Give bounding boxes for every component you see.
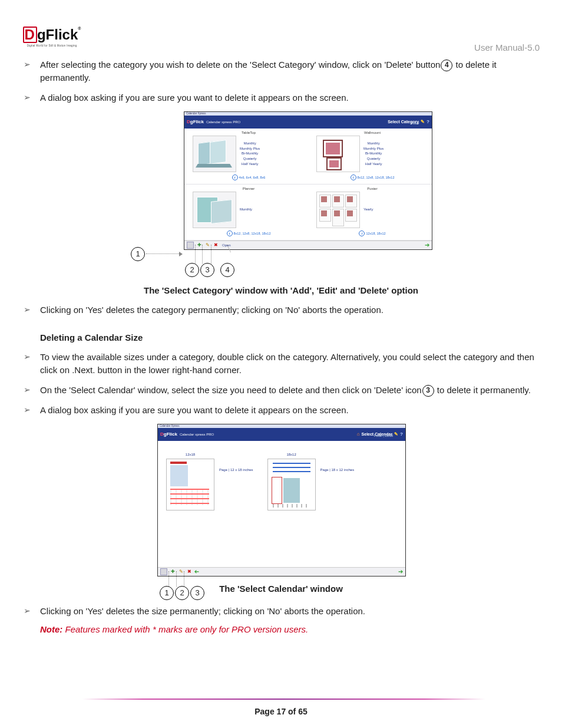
delete-button[interactable]: ✖ (186, 569, 192, 575)
bullet-list-bottom: To view the available sizes under a cate… (22, 351, 540, 416)
brand: DgFlick (187, 119, 204, 124)
bullet-item: Clicking on 'Yes' deletes the category p… (22, 304, 540, 317)
bullet-item: To view the available sizes under a cate… (22, 351, 540, 377)
add-button[interactable]: ✚ (170, 569, 176, 575)
edit-button[interactable]: ✎ (204, 242, 210, 248)
category-wallmount[interactable]: Wallmount Monthly Monthly Plus Bi-Monthl… (308, 129, 432, 185)
figure-1-callouts: 2 3 4 (131, 250, 431, 282)
home-icon[interactable]: ⌂ (357, 431, 360, 437)
back-arrow-icon[interactable]: ➔ (194, 568, 199, 575)
period-list: Monthly (240, 207, 252, 212)
bullet-list-after-fig2: Clicking on 'Yes' deletes the size perma… (22, 605, 540, 618)
category-tabletop[interactable]: TableTop Monthly Monthly Plus Bi-Monthly… (184, 129, 308, 185)
period-list: Monthly Monthly Plus Bi-Monthly Quaterly… (363, 141, 384, 166)
header-sub: Poster | 12x18 (374, 434, 393, 437)
bullet-item: On the 'Select Calendar' window, select … (22, 384, 540, 397)
app-window-2: Calendar Xpress DgFlick Calendar xpress … (157, 424, 406, 577)
info-icon: i (227, 230, 233, 236)
size-item-12x18[interactable]: 12x18 Page | 12 x 18 inches (166, 453, 253, 565)
note: Note: Features marked with * marks are o… (40, 624, 540, 634)
screenshot-select-calendar: Calendar Xpress DgFlick Calendar xpress … (157, 424, 405, 577)
bullet-text: To view the available sizes under a cate… (40, 352, 534, 375)
callout-3-inline: 3 (422, 385, 434, 397)
app-header: DgFlick Calendar xpress PRO Select Categ… (184, 116, 432, 129)
app-header: DgFlick Calendar xpress PRO ⌂ Select Cal… (158, 428, 405, 441)
figure-2-caption: The 'Select Calendar' window (157, 584, 405, 594)
toolbar-2: ✚ ✎ ✖ ➔ ➔ (158, 567, 405, 576)
edit-icon[interactable]: ✎ (421, 119, 425, 124)
bullet-item: Clicking on 'Yes' deletes the size perma… (22, 605, 540, 618)
subheading-deleting-size: Deleting a Calendar Size (40, 332, 540, 342)
page-number: Page 17 of 65 (254, 707, 308, 716)
doc-version: User Manual-5.0 (474, 22, 540, 52)
bullet-list-top: After selecting the category you wish to… (22, 58, 540, 104)
bullet-text: Clicking on 'Yes' deletes the size perma… (40, 606, 365, 616)
period-list: Yearly (363, 207, 373, 212)
screenshot-select-category: 1 Calendar Xpress DgFlick Calendar xpres… (131, 111, 431, 250)
edit-icon[interactable]: ✎ (394, 431, 398, 437)
figure-2: Calendar Xpress DgFlick Calendar xpress … (22, 424, 540, 602)
note-text: Features marked with * marks are only fo… (62, 624, 308, 634)
thumb-18x12 (267, 459, 316, 510)
help-icon[interactable]: ? (427, 119, 429, 124)
brand-sub: Calendar xpress PRO (206, 120, 240, 124)
category-grid: TableTop Monthly Monthly Plus Bi-Monthly… (184, 129, 432, 241)
figure-1: 1 Calendar Xpress DgFlick Calendar xpres… (22, 111, 540, 295)
app-window: Calendar Xpress DgFlick Calendar xpress … (184, 111, 432, 250)
edit-button[interactable]: ✎ (178, 569, 184, 575)
bullet-text: After selecting the category you wish to… (40, 60, 440, 70)
callout-2: 2 (185, 263, 199, 277)
thumb-12x18 (166, 459, 214, 510)
callout-4: 4 (220, 263, 234, 277)
page-size-label: Page | 18 x 12 inches (320, 468, 355, 472)
thumb-tabletop (193, 136, 236, 172)
add-button[interactable]: ✚ (196, 242, 202, 248)
logo-tagline: Digital World for Still & Motion Imaging (27, 44, 77, 47)
page-footer: Page 17 of 65 (0, 699, 562, 716)
bullet-text: On the 'Select Calendar' window, select … (40, 385, 422, 395)
category-poster[interactable]: Poster Yearly i12x18, 18x12 (308, 185, 432, 241)
toolbar-spacer (187, 242, 194, 249)
category-planner[interactable]: Planner Monthly i8x12, 12x8, 12x18, 18x1… (184, 185, 308, 241)
logo-main: DgFlick® (23, 27, 81, 43)
figure-2-callouts: 1 2 3 The 'Select Calendar' window (157, 577, 405, 602)
bullet-list-mid: Clicking on 'Yes' deletes the category p… (22, 304, 540, 317)
bullet-item: A dialog box asking if you are sure you … (22, 404, 540, 417)
bullet-text-post: to delete it permanently. (435, 385, 531, 395)
next-arrow-icon[interactable]: ➔ (398, 568, 403, 575)
period-list: Monthly Monthly Plus Bi-Monthly Quaterly… (240, 141, 260, 166)
thumb-wallmount (316, 136, 360, 172)
bullet-text: A dialog box asking if you are sure you … (40, 93, 349, 103)
callout-4-inline: 4 (441, 60, 452, 71)
figure-1-caption: The 'Select Category' window with 'Add',… (22, 285, 540, 295)
delete-button[interactable]: ✖ (213, 242, 219, 248)
callout-3: 3 (200, 263, 214, 277)
page-header: DgFlick® Digital World for Still & Motio… (22, 22, 540, 52)
info-icon: i (359, 230, 365, 236)
header-sub: Poster (411, 121, 419, 125)
bullet-text: Clicking on 'Yes' deletes the category p… (40, 305, 384, 315)
brand-sub: Calendar xpress PRO (180, 433, 214, 436)
help-icon[interactable]: ? (400, 431, 403, 437)
toolbar: ✚ ✎ ✖ Open ➔ (184, 241, 432, 249)
bullet-item: A dialog box asking if you are sure you … (22, 91, 540, 104)
calendar-size-list: 12x18 Page | 12 x 18 inches 18x12 (158, 441, 405, 567)
thumb-planner (193, 192, 236, 228)
info-icon: i (232, 174, 238, 180)
toolbar-spacer (160, 568, 167, 575)
size-item-18x12[interactable]: 18x12 Page | 18 x 12 inches (267, 453, 355, 565)
bullet-text: A dialog box asking if you are sure you … (40, 405, 349, 415)
note-label: Note: (40, 624, 62, 634)
footer-rule (82, 699, 485, 700)
info-icon: i (351, 174, 356, 180)
logo: DgFlick® Digital World for Still & Motio… (22, 22, 81, 51)
brand: DgFlick (160, 431, 177, 437)
next-arrow-icon[interactable]: ➔ (425, 242, 429, 248)
page-size-label: Page | 12 x 18 inches (219, 468, 253, 472)
thumb-poster (316, 192, 360, 228)
bullet-item: After selecting the category you wish to… (22, 58, 540, 84)
